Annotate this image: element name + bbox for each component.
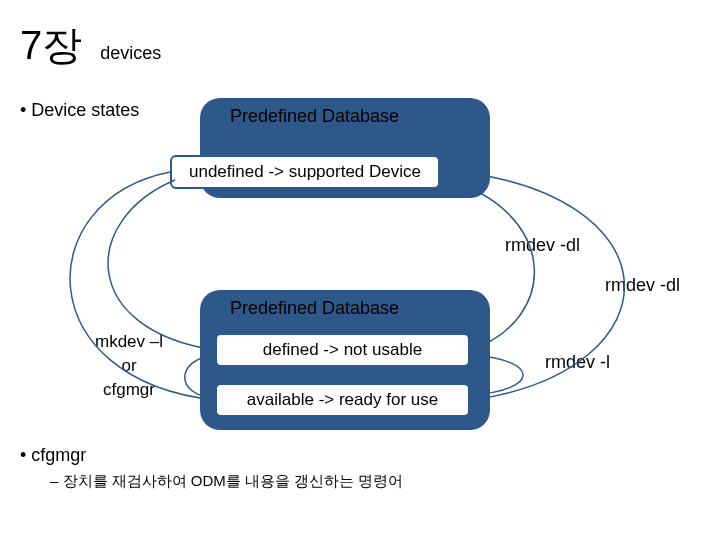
database-label-top: Predefined Database xyxy=(230,106,399,127)
state-box-defined: defined -> not usable xyxy=(215,333,470,367)
bullet-cfgmgr-desc: – 장치를 재검사하여 ODM를 내용을 갱신하는 명령어 xyxy=(50,472,403,491)
arrows-layer xyxy=(0,0,720,540)
label-rmdev-dl-2: rmdev -dl xyxy=(605,275,680,296)
arrow-undefined-to-defined xyxy=(108,180,215,350)
state-box-undefined: undefined -> supported Device xyxy=(170,155,440,189)
label-rmdev-dl-1: rmdev -dl xyxy=(505,235,580,256)
bullet-device-states: • Device states xyxy=(20,100,139,121)
page-title-row: 7장 devices xyxy=(20,18,161,73)
label-rmdev-l: rmdev -l xyxy=(545,352,610,373)
bullet-cfgmgr: • cfgmgr xyxy=(20,445,86,466)
state-box-available: available -> ready for use xyxy=(215,383,470,417)
label-mkdev-cfgmgr: mkdev –lorcfgmgr xyxy=(95,330,163,401)
page-title: 7장 xyxy=(20,18,82,73)
page-subtitle: devices xyxy=(100,43,161,64)
database-label-bottom: Predefined Database xyxy=(230,298,399,319)
